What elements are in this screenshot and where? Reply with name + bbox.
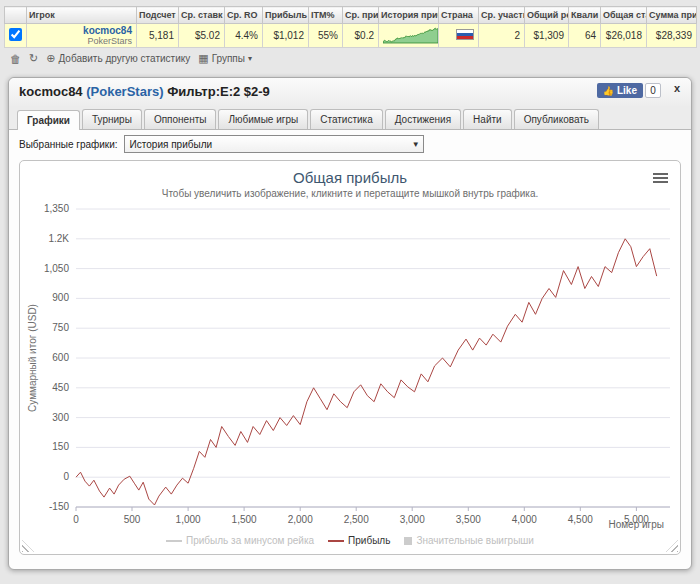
column-header-itm[interactable]: ITM% <box>309 7 343 24</box>
chart-subtitle: Чтобы увеличить изображение, кликните и … <box>24 188 676 199</box>
facebook-like-button[interactable]: 👍 Like <box>597 83 643 98</box>
trash-icon[interactable]: 🗑 <box>10 53 21 65</box>
chart-menu-icon[interactable] <box>653 171 668 185</box>
tab-statistics[interactable]: Статистика <box>310 109 383 129</box>
legend-item-significant-wins[interactable]: Значительные выигрыши <box>404 535 534 546</box>
facebook-like-label: Like <box>617 85 637 96</box>
facebook-like-count: 0 <box>645 83 661 98</box>
column-header-avprofit[interactable]: Ср. при <box>343 7 379 24</box>
panel-title: kocmoc84 (PokerStars) Фильтр:E:2 $2-9 <box>19 84 270 99</box>
svg-text:1,500: 1,500 <box>232 514 257 525</box>
plus-icon: ⊕ <box>46 52 55 65</box>
russia-flag-icon <box>456 29 474 40</box>
cell-totalstake: $26,018 <box>601 24 647 48</box>
graph-select-row: Выбранные графики: История прибыли ▼ <box>9 130 691 158</box>
results-toolbar: 🗑 ↻ ⊕ Добавить другую статистику ▦ Групп… <box>4 48 696 69</box>
column-header-avstake[interactable]: Ср. ставк <box>179 7 225 24</box>
column-header-player[interactable]: Игрок <box>27 7 137 24</box>
legend-label: Значительные выигрыши <box>416 535 534 546</box>
svg-text:3,500: 3,500 <box>456 514 481 525</box>
column-header-totalprize[interactable]: Сумма призо <box>647 7 697 24</box>
tab-graphs[interactable]: Графики <box>17 110 80 130</box>
cell-aventrants: 2 <box>479 24 525 48</box>
legend-item-profit-minus-rake[interactable]: Прибыль за минусом рейка <box>166 535 314 546</box>
profit-line-chart[interactable]: -15001503004506007509001,0501.2K1,350050… <box>24 201 684 535</box>
chart-title: Общая прибыль <box>24 169 676 186</box>
legend-label: Прибыль за минусом рейка <box>186 535 314 546</box>
legend-item-profit[interactable]: Прибыль <box>328 535 390 546</box>
column-header-avroi[interactable]: Ср. RO <box>225 7 263 24</box>
panel-title-site[interactable]: (PokerStars) <box>86 84 163 99</box>
chart-legend: Прибыль за минусом рейка Прибыль Значите… <box>24 535 676 546</box>
svg-text:900: 900 <box>52 292 69 303</box>
svg-text:Суммарный итог (USD): Суммарный итог (USD) <box>27 304 38 412</box>
tab-tournaments[interactable]: Турниры <box>82 109 142 129</box>
refresh-icon[interactable]: ↻ <box>29 52 38 65</box>
svg-text:4,500: 4,500 <box>568 514 593 525</box>
panel-title-player: kocmoc84 <box>19 84 83 99</box>
cell-profit: $1,012 <box>263 24 309 48</box>
x-axis-title: Номер игры <box>608 519 664 530</box>
svg-text:1.2K: 1.2K <box>48 233 69 244</box>
panel-title-filter: Фильтр:E:2 $2-9 <box>167 84 270 99</box>
svg-text:2,500: 2,500 <box>344 514 369 525</box>
cell-avroi: 4.4% <box>225 24 263 48</box>
results-table: Игрок Подсчет Ср. ставк Ср. RO Прибыль I… <box>4 6 697 48</box>
square-marker-icon <box>404 537 412 545</box>
svg-text:500: 500 <box>124 514 141 525</box>
tab-opponents[interactable]: Оппоненты <box>144 109 217 129</box>
groups-dropdown[interactable]: ▦ Группы ▾ <box>198 52 252 65</box>
groups-label: Группы <box>212 53 245 64</box>
grid-icon: ▦ <box>198 52 208 65</box>
tab-achievements[interactable]: Достижения <box>385 109 461 129</box>
table-row[interactable]: kocmoc84 PokerStars 5,181 $5.02 4.4% $1,… <box>5 24 697 48</box>
tab-bar: Графики Турниры Оппоненты Любимые игры С… <box>9 106 691 130</box>
svg-text:750: 750 <box>52 322 69 333</box>
cell-avprofit: $0.2 <box>343 24 379 48</box>
svg-text:3,000: 3,000 <box>400 514 425 525</box>
close-icon[interactable]: x <box>671 81 683 95</box>
player-panel: kocmoc84 (PokerStars) Фильтр:E:2 $2-9 👍 … <box>8 77 692 570</box>
svg-text:1,050: 1,050 <box>44 263 69 274</box>
tab-find[interactable]: Найти <box>463 109 512 129</box>
svg-text:2,000: 2,000 <box>288 514 313 525</box>
chevron-down-icon: ▼ <box>407 140 420 149</box>
profit-sparkline[interactable] <box>383 26 439 44</box>
tab-publish[interactable]: Опубликовать <box>514 109 599 129</box>
column-header-history[interactable]: История прибы <box>379 7 439 24</box>
graph-select[interactable]: История прибыли ▼ <box>124 135 424 153</box>
column-header-count[interactable]: Подсчет <box>137 7 179 24</box>
cell-totalprize: $28,339 <box>647 24 697 48</box>
column-header-quali[interactable]: Квали <box>569 7 601 24</box>
column-header-totalstake[interactable]: Общая став <box>601 7 647 24</box>
facebook-like-widget: 👍 Like 0 <box>597 83 661 98</box>
tab-favorite-games[interactable]: Любимые игры <box>218 109 308 129</box>
column-header-aventrants[interactable]: Ср. участн <box>479 7 525 24</box>
column-header-country[interactable]: Страна <box>439 7 479 24</box>
facebook-thumb-icon: 👍 <box>603 86 614 96</box>
add-statistic-button[interactable]: ⊕ Добавить другую статистику <box>46 52 190 65</box>
graph-select-value: История прибыли <box>130 139 212 150</box>
legend-label: Прибыль <box>348 535 390 546</box>
svg-text:300: 300 <box>52 412 69 423</box>
column-header-profit[interactable]: Прибыль <box>263 7 309 24</box>
svg-text:0: 0 <box>63 471 69 482</box>
player-name-link[interactable]: kocmoc84 <box>31 25 132 36</box>
cell-quali: 64 <box>569 24 601 48</box>
player-site-label: PokerStars <box>31 36 132 46</box>
cell-totalrake: $1,309 <box>525 24 569 48</box>
svg-text:150: 150 <box>52 441 69 452</box>
column-header-totalrake[interactable]: Общий рей <box>525 7 569 24</box>
chevron-down-icon: ▾ <box>248 54 252 63</box>
svg-text:1,000: 1,000 <box>176 514 201 525</box>
svg-text:450: 450 <box>52 382 69 393</box>
table-header-row: Игрок Подсчет Ср. ставк Ср. RO Прибыль I… <box>5 7 697 24</box>
cell-itm: 55% <box>309 24 343 48</box>
svg-text:600: 600 <box>52 352 69 363</box>
row-checkbox[interactable] <box>9 28 22 41</box>
svg-text:1,350: 1,350 <box>44 203 69 214</box>
header-checkbox-cell <box>5 7 27 24</box>
svg-text:0: 0 <box>73 514 79 525</box>
panel-header: kocmoc84 (PokerStars) Фильтр:E:2 $2-9 👍 … <box>9 78 691 106</box>
cell-count: 5,181 <box>137 24 179 48</box>
